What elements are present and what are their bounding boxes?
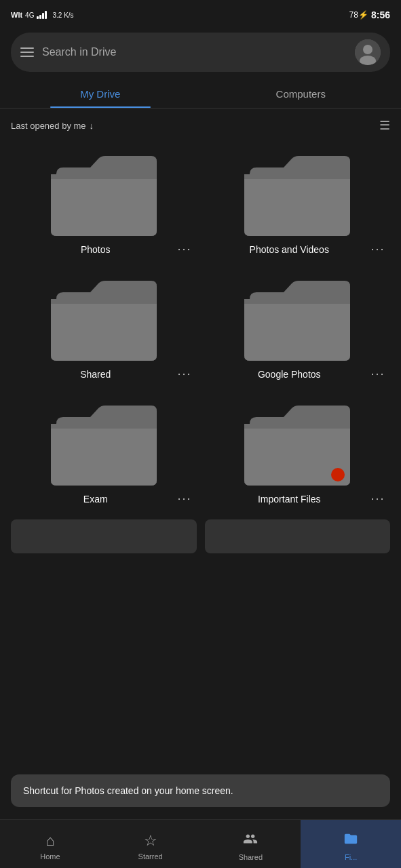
nav-shared[interactable]: Shared — [201, 820, 301, 868]
svg-point-1 — [363, 45, 373, 54]
folder-icon — [243, 275, 351, 363]
signal-bars — [37, 11, 47, 19]
folder-name-google-photos: Google Photos — [205, 369, 364, 380]
folder-item-exam[interactable]: Exam ⋮ — [11, 395, 197, 511]
home-icon: ⌂ — [45, 832, 54, 850]
search-placeholder: Search in Drive — [42, 46, 347, 58]
tab-my-drive[interactable]: My Drive — [0, 80, 201, 108]
folder-item-google-photos[interactable]: Google Photos ⋮ — [205, 270, 391, 387]
toast-message: Shortcut for Photos created on your home… — [23, 785, 233, 796]
user-avatar[interactable] — [355, 39, 381, 65]
svg-point-3 — [331, 468, 345, 481]
folder-icon-photos — [11, 145, 197, 241]
tab-computers[interactable]: Computers — [201, 80, 402, 108]
more-options-shared[interactable]: ⋮ — [170, 368, 197, 381]
folder-label-row-important-files: Important Files ⋮ — [205, 491, 391, 511]
bottom-nav: ⌂ Home ☆ Starred Shared Fi... — [0, 819, 401, 868]
more-options-google-photos[interactable]: ⋮ — [363, 368, 390, 381]
status-right: 78⚡ 8:56 — [349, 9, 390, 20]
folder-icon — [243, 400, 351, 488]
status-bar: Wlt 4G 3.2 K/s 78⚡ 8:56 — [0, 0, 401, 27]
folder-item-important-files[interactable]: Important Files ⋮ — [205, 395, 391, 511]
folder-icon-important-files — [205, 395, 391, 491]
tabs-container: My Drive Computers — [0, 80, 401, 108]
partial-folder-2 — [205, 519, 391, 553]
speed-indicator: 3.2 K/s — [52, 12, 73, 19]
star-icon: ☆ — [144, 832, 157, 850]
folder-label-row-google-photos: Google Photos ⋮ — [205, 366, 391, 387]
nav-starred[interactable]: ☆ Starred — [100, 820, 201, 868]
time-display: 8:56 — [371, 9, 390, 20]
folder-icon — [50, 275, 158, 363]
sort-bar: Last opened by me ↓ ☰ — [0, 108, 401, 140]
folder-label-row-photos-videos: Photos and Videos ⋮ — [205, 241, 391, 262]
folder-icon — [50, 400, 158, 488]
network-label: Wlt — [11, 11, 22, 19]
sort-arrow-icon: ↓ — [90, 121, 94, 131]
folder-grid: Photos ⋮ Photos and Videos ⋮ — [0, 140, 401, 511]
folder-item-shared[interactable]: Shared ⋮ — [11, 270, 197, 387]
page-container: Wlt 4G 3.2 K/s 78⚡ 8:56 Search in Drive — [0, 0, 401, 868]
folder-label-row-exam: Exam ⋮ — [11, 491, 197, 511]
more-options-exam[interactable]: ⋮ — [170, 492, 197, 506]
folder-icon-shared — [11, 270, 197, 366]
nav-files[interactable]: Fi... — [301, 820, 401, 868]
folder-icon — [243, 151, 351, 239]
folder-label-row-shared: Shared ⋮ — [11, 366, 197, 387]
network-type: 4G — [25, 12, 34, 19]
people-icon — [243, 831, 258, 850]
nav-starred-label: Starred — [138, 852, 163, 861]
hamburger-icon[interactable] — [20, 47, 34, 57]
nav-home[interactable]: ⌂ Home — [0, 820, 100, 868]
battery-level: 78⚡ — [349, 10, 368, 20]
folder-icon — [50, 151, 158, 239]
folder-icon-exam — [11, 395, 197, 491]
folder-icon-nav — [343, 831, 358, 850]
list-view-icon[interactable]: ☰ — [379, 118, 390, 133]
partial-folder-row — [0, 514, 401, 608]
more-options-photos-videos[interactable]: ⋮ — [363, 243, 390, 256]
folder-name-shared: Shared — [11, 369, 170, 380]
folder-label-row-photos: Photos ⋮ — [11, 241, 197, 262]
nav-shared-label: Shared — [239, 853, 263, 861]
status-left: Wlt 4G 3.2 K/s — [11, 11, 74, 19]
folder-name-photos: Photos — [11, 244, 170, 255]
search-bar[interactable]: Search in Drive — [11, 33, 390, 72]
nav-home-label: Home — [40, 852, 60, 861]
sort-label[interactable]: Last opened by me ↓ — [11, 121, 94, 131]
folder-icon-photos-videos — [205, 145, 391, 241]
folder-icon-google-photos — [205, 270, 391, 366]
folder-name-exam: Exam — [11, 494, 170, 505]
folder-item-photos[interactable]: Photos ⋮ — [11, 145, 197, 262]
folder-name-photos-videos: Photos and Videos — [205, 244, 364, 255]
more-options-important-files[interactable]: ⋮ — [363, 492, 390, 506]
folder-name-important-files: Important Files — [205, 494, 364, 505]
toast-notification: Shortcut for Photos created on your home… — [11, 774, 390, 807]
folder-item-photos-videos[interactable]: Photos and Videos ⋮ — [205, 145, 391, 262]
partial-folder-1 — [11, 519, 197, 553]
more-options-photos[interactable]: ⋮ — [170, 243, 197, 256]
nav-files-label: Fi... — [345, 853, 357, 861]
